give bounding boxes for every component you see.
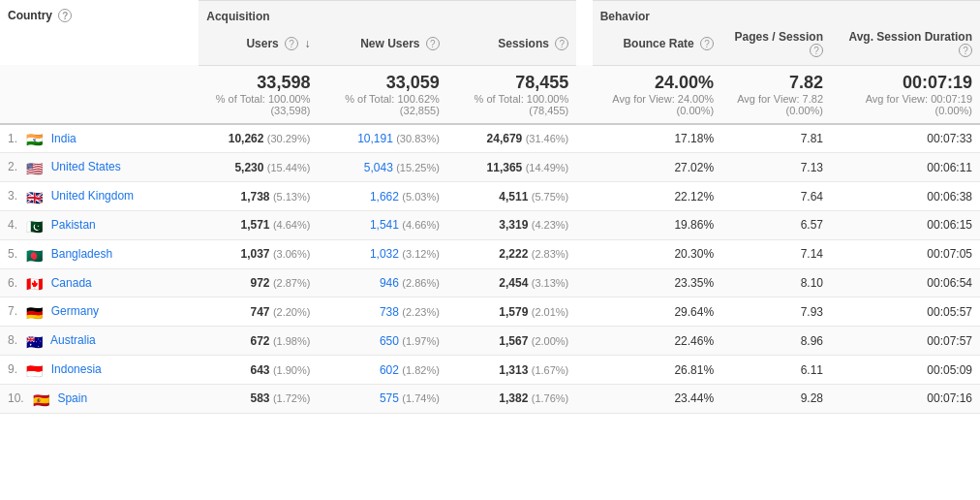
users-cell: 643 (1.90%) [199,356,318,385]
new-users-link[interactable]: 1,541 [370,218,399,232]
sessions-pct: (4.23%) [532,219,569,231]
pages-session-cell: 6.11 [721,356,831,385]
country-link[interactable]: India [51,132,77,145]
spacer-cell [576,297,592,327]
spacer-cell [576,182,592,211]
new-users-link[interactable]: 650 [380,334,399,348]
sessions-cell: 2,222 (2.83%) [447,239,576,268]
sessions-cell: 1,313 (1.67%) [447,356,576,385]
country-link[interactable]: Canada [51,276,92,290]
users-pct: (1.90%) [273,364,311,376]
sessions-cell: 1,579 (2.01%) [447,297,576,327]
country-link[interactable]: Germany [51,304,99,318]
acquisition-group-header: Acquisition [199,1,576,26]
sessions-value: 3,319 [499,218,528,232]
new-users-link[interactable]: 946 [380,276,399,290]
pages-session-value: 6.11 [801,363,823,377]
sessions-cell: 1,567 (2.00%) [447,327,576,356]
new-users-link[interactable]: 602 [380,363,399,377]
pages-session-cell: 8.96 [721,327,831,356]
spacer-cell [576,239,592,268]
country-link[interactable]: Spain [57,391,87,405]
new-users-link[interactable]: 5,043 [364,161,393,174]
spacer-cell [576,210,592,239]
country-link[interactable]: Australia [50,333,96,347]
summary-bounce-rate-value: 24.00% [655,73,714,92]
summary-new-users-cell: 33,059 % of Total: 100.62% (32,855) [318,65,446,124]
new-users-link[interactable]: 1,032 [370,247,399,261]
country-col-header [0,26,199,66]
avg-session-value: 00:07:16 [927,391,972,405]
users-help-icon[interactable]: ? [285,37,298,50]
country-flag: 🇵🇰 [26,219,44,233]
sessions-value: 1,382 [499,391,528,405]
bounce-rate-cell: 20.30% [593,239,721,268]
bounce-rate-label: Bounce Rate [623,37,693,50]
sessions-value: 1,313 [499,363,528,377]
row-number: 4. [8,218,17,232]
users-value: 1,571 [241,218,270,232]
new-users-cell: 738 (2.23%) [318,297,446,327]
country-flag: 🇮🇩 [26,363,44,377]
new-users-cell: 5,043 (15.25%) [318,153,446,182]
sessions-value: 2,222 [499,247,528,261]
analytics-table: Country ? Acquisition Behavior Users ? ↓ [0,0,980,414]
new-users-pct: (4.66%) [402,219,440,231]
country-link[interactable]: Bangladesh [51,247,112,261]
bounce-rate-cell: 27.02% [593,153,721,182]
bounce-rate-help-icon[interactable]: ? [700,37,714,50]
pages-session-cell: 6.57 [721,210,831,239]
country-cell: 6. 🇨🇦 Canada [0,268,199,297]
new-users-help-icon[interactable]: ? [426,37,440,50]
new-users-link[interactable]: 10,191 [357,132,393,145]
new-users-cell: 1,541 (4.66%) [318,210,446,239]
users-pct: (4.64%) [273,219,311,231]
bounce-rate-cell: 22.12% [593,182,721,211]
sessions-cell: 1,382 (1.76%) [447,384,576,413]
table-row: 10. 🇪🇸 Spain 583 (1.72%) 575 (1.74%) 1,3… [0,384,980,413]
avg-session-cell: 00:07:33 [831,124,980,153]
summary-bounce-rate-sub: Avg for View: 24.00% (0.00%) [600,93,714,116]
users-cell: 672 (1.98%) [199,327,318,356]
table-row: 8. 🇦🇺 Australia 672 (1.98%) 650 (1.97%) … [0,327,980,356]
new-users-link[interactable]: 738 [380,305,399,319]
avg-session-cell: 00:06:38 [831,182,980,211]
new-users-cell: 602 (1.82%) [318,356,446,385]
users-cell: 583 (1.72%) [199,384,318,413]
table-row: 5. 🇧🇩 Bangladesh 1,037 (3.06%) 1,032 (3.… [0,239,980,268]
sort-arrow-icon[interactable]: ↓ [304,37,310,50]
country-help-icon[interactable]: ? [58,9,72,22]
table-row: 9. 🇮🇩 Indonesia 643 (1.90%) 602 (1.82%) … [0,356,980,385]
sessions-cell: 11,365 (14.49%) [447,153,576,182]
pages-session-value: 7.81 [801,132,823,145]
pages-session-help-icon[interactable]: ? [810,44,823,57]
users-value: 972 [251,276,270,290]
new-users-link[interactable]: 1,662 [370,190,399,203]
row-number: 3. [8,189,17,203]
new-users-pct: (2.86%) [402,277,440,289]
sessions-help-icon[interactable]: ? [555,37,568,50]
avg-session-cell: 00:06:11 [831,153,980,182]
bounce-rate-value: 22.12% [674,190,714,203]
new-users-link[interactable]: 575 [380,391,399,405]
country-link[interactable]: United Kingdom [51,189,134,203]
country-cell: 4. 🇵🇰 Pakistan [0,210,199,239]
bounce-rate-cell: 17.18% [593,124,721,153]
new-users-pct: (1.74%) [402,392,440,404]
users-cell: 1,738 (5.13%) [199,182,318,211]
country-link[interactable]: United States [51,160,121,173]
sessions-value: 11,365 [487,161,523,174]
new-users-pct: (30.83%) [396,133,440,144]
avg-session-help-icon[interactable]: ? [959,44,972,57]
new-users-cell: 946 (2.86%) [318,268,446,297]
country-link[interactable]: Indonesia [51,362,102,376]
sessions-value: 1,579 [499,305,528,319]
new-users-cell: 650 (1.97%) [318,327,446,356]
country-flag: 🇮🇳 [26,132,44,145]
country-link[interactable]: Pakistan [51,218,96,232]
country-cell: 3. 🇬🇧 United Kingdom [0,182,199,211]
spacer-cell [576,356,592,385]
sessions-pct: (1.76%) [532,392,569,404]
bounce-rate-cell: 19.86% [593,210,721,239]
users-value: 583 [251,391,270,405]
